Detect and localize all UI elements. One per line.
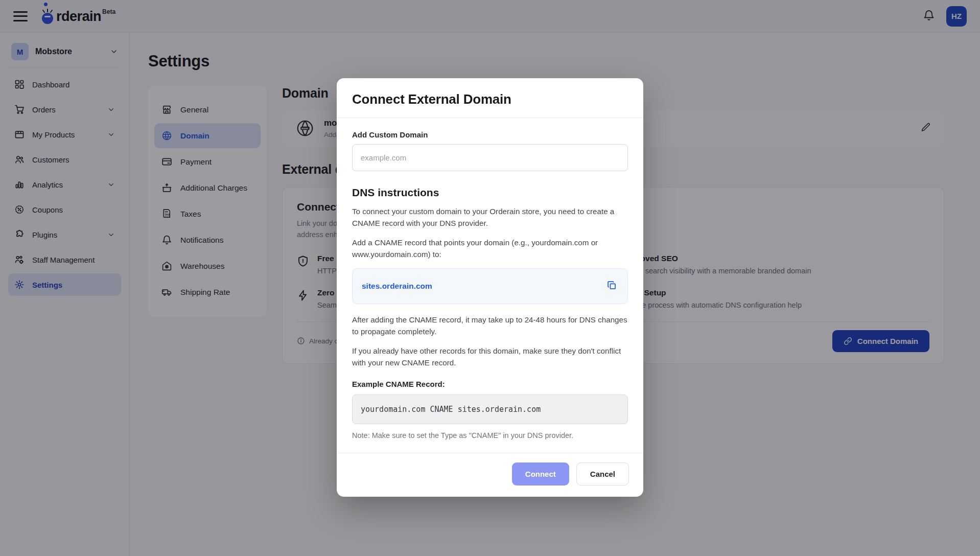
custom-domain-input[interactable]	[352, 144, 628, 171]
dns-instructions-heading: DNS instructions	[352, 187, 628, 199]
cname-target-box: sites.orderain.com	[352, 268, 628, 304]
cname-target-value: sites.orderain.com	[362, 282, 432, 291]
modal-connect-button[interactable]: Connect	[512, 462, 569, 485]
custom-domain-label: Add Custom Domain	[352, 130, 628, 139]
connect-external-domain-modal: Connect External Domain Add Custom Domai…	[337, 78, 643, 497]
dns-propagation-para: After adding the CNAME record, it may ta…	[352, 314, 628, 337]
example-cname-code: yourdomain.com CNAME sites.orderain.com	[352, 395, 628, 424]
dns-conflict-para: If you already have other records for th…	[352, 345, 628, 368]
copy-icon	[606, 280, 617, 291]
modal-title: Connect External Domain	[352, 91, 628, 107]
cname-type-note: Note: Make sure to set the Type as "CNAM…	[352, 431, 628, 439]
dns-instructions-para1: To connect your custom domain to your Or…	[352, 206, 628, 229]
modal-cancel-button[interactable]: Cancel	[576, 462, 629, 485]
copy-button[interactable]	[605, 279, 618, 293]
example-cname-label: Example CNAME Record:	[352, 380, 628, 388]
dns-instructions-para2: Add a CNAME record that points your doma…	[352, 237, 628, 260]
